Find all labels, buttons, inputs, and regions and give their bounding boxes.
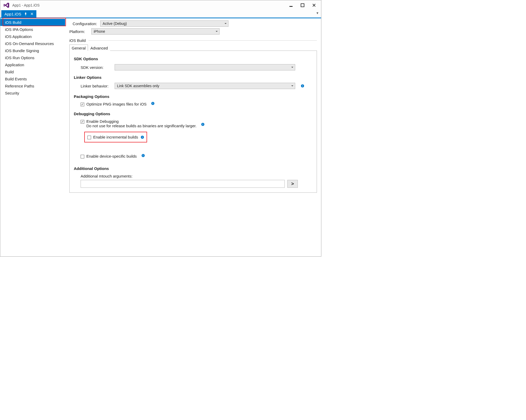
window-title: App1 - App1.iOS [12, 3, 288, 7]
enable-debugging-label: Enable Debugging [86, 119, 197, 124]
minimize-button[interactable] [288, 3, 294, 8]
sdk-version-label: SDK version: [81, 65, 111, 70]
sdk-version-dropdown[interactable] [115, 64, 295, 70]
sidebar-item-ios-application[interactable]: iOS Application [0, 33, 65, 40]
linker-behavior-label: Linker behavior: [81, 84, 111, 88]
additional-options-heading: Additional Options [74, 166, 312, 171]
sidebar-item-ios-build[interactable]: iOS Build [0, 19, 65, 26]
optimize-png-label: Optimize PNG images files for iOS [86, 102, 147, 106]
sidebar-item-security[interactable]: Security [0, 90, 65, 97]
sidebar-item-application[interactable]: Application [0, 61, 65, 68]
tab-advanced[interactable]: Advanced [88, 45, 110, 51]
info-icon[interactable]: i [201, 123, 204, 126]
sidebar-item-build-events[interactable]: Build Events [0, 75, 65, 82]
info-icon[interactable]: i [301, 84, 304, 87]
mtouch-arguments-input[interactable] [81, 180, 285, 188]
document-tab-bar: App1.iOS ▼ [0, 10, 321, 18]
tab-overflow-icon[interactable]: ▼ [316, 11, 319, 15]
sidebar-item-build[interactable]: Build [0, 68, 65, 75]
enable-device-specific-checkbox[interactable] [81, 155, 84, 158]
packaging-options-heading: Packaging Options [74, 94, 312, 99]
maximize-button[interactable] [299, 3, 306, 8]
linker-behavior-value: Link SDK assemblies only [117, 84, 159, 88]
platform-dropdown[interactable]: iPhone [91, 28, 220, 35]
close-tab-icon[interactable] [30, 12, 34, 16]
mtouch-arguments-label: Additional mtouch arguments: [81, 174, 312, 178]
linker-options-heading: Linker Options [74, 75, 312, 80]
window-controls [288, 3, 320, 8]
main-panel: Configuration: Active (Debug) Platform: … [65, 18, 321, 256]
section-title: iOS Build [69, 38, 86, 43]
arrow-icon: > [291, 181, 294, 187]
enable-debugging-checkbox[interactable] [81, 120, 84, 124]
sidebar-item-ios-bundle-signing[interactable]: iOS Bundle Signing [0, 47, 65, 54]
info-icon[interactable]: i [142, 154, 145, 157]
debugging-options-heading: Debugging Options [74, 112, 312, 116]
sidebar-item-reference-paths[interactable]: Reference Paths [0, 82, 65, 90]
sidebar-item-ios-ipa-options[interactable]: iOS IPA Options [0, 26, 65, 33]
mtouch-arguments-browse-button[interactable]: > [287, 180, 298, 188]
enable-debugging-note: Do not use for release builds as binarie… [86, 124, 197, 128]
optimize-png-checkbox[interactable] [81, 103, 84, 106]
configuration-dropdown[interactable]: Active (Debug) [100, 20, 228, 27]
platform-value: iPhone [94, 29, 105, 34]
document-tab-label: App1.iOS [4, 12, 21, 16]
platform-label: Platform: [69, 29, 89, 34]
sidebar-item-ios-run-options[interactable]: iOS Run Options [0, 54, 65, 61]
svg-rect-0 [289, 6, 293, 7]
enable-incremental-checkbox[interactable] [87, 136, 91, 139]
info-icon[interactable]: i [141, 136, 144, 139]
close-button[interactable] [311, 3, 317, 8]
divider [88, 40, 317, 41]
highlight-enable-incremental: Enable incremental builds i [84, 132, 147, 142]
configuration-value: Active (Debug) [103, 21, 127, 26]
enable-incremental-label: Enable incremental builds [93, 135, 138, 139]
titlebar: App1 - App1.iOS [0, 0, 321, 10]
tab-general[interactable]: General [69, 45, 88, 51]
sdk-options-heading: SDK Options [74, 57, 312, 61]
pin-icon[interactable] [24, 12, 27, 16]
configuration-label: Configuration: [69, 21, 98, 26]
info-icon[interactable]: i [151, 102, 154, 105]
enable-device-specific-label: Enable device-specific builds [86, 154, 137, 158]
linker-behavior-dropdown[interactable]: Link SDK assemblies only [115, 83, 295, 89]
subtab-bar: General Advanced [69, 44, 317, 51]
sidebar-item-ios-on-demand-resources[interactable]: iOS On-Demand Resources [0, 40, 65, 47]
general-panel: SDK Options SDK version: Linker Options … [69, 51, 317, 193]
properties-sidebar: iOS Build iOS IPA Options iOS Applicatio… [0, 18, 65, 256]
visual-studio-icon [3, 2, 10, 8]
document-tab[interactable]: App1.iOS [1, 10, 36, 18]
svg-rect-1 [301, 4, 304, 7]
